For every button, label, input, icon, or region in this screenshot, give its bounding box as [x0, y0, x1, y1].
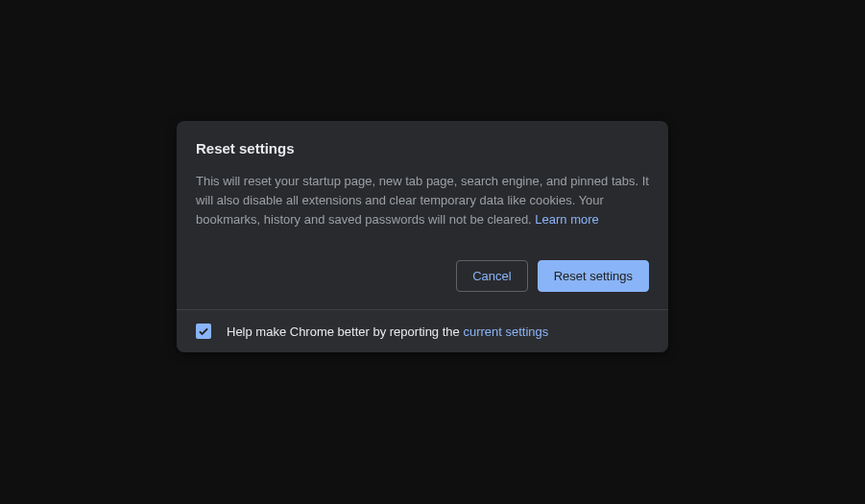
footer-prefix: Help make Chrome better by reporting the — [227, 324, 463, 339]
dialog-actions: Cancel Reset settings — [177, 247, 668, 309]
dialog-title: Reset settings — [196, 140, 649, 156]
learn-more-link[interactable]: Learn more — [535, 212, 598, 227]
report-settings-checkbox[interactable] — [196, 324, 211, 339]
reset-settings-button[interactable]: Reset settings — [538, 260, 649, 292]
dialog-description: This will reset your startup page, new t… — [196, 172, 649, 229]
cancel-button[interactable]: Cancel — [456, 260, 527, 292]
checkmark-icon — [197, 324, 210, 338]
footer-text: Help make Chrome better by reporting the… — [227, 324, 548, 339]
current-settings-link[interactable]: current settings — [463, 324, 548, 339]
reset-settings-dialog: Reset settings This will reset your star… — [177, 121, 668, 352]
dialog-footer: Help make Chrome better by reporting the… — [177, 309, 668, 352]
dialog-body: Reset settings This will reset your star… — [177, 121, 668, 247]
